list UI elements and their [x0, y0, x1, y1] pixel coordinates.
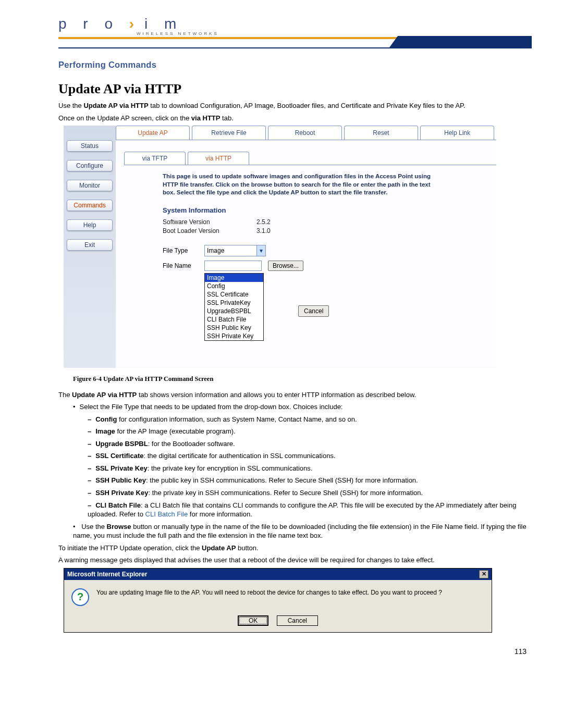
file-type-option-config[interactable]: Config — [205, 282, 263, 290]
file-type-value: Image — [207, 247, 224, 254]
header-rule — [58, 37, 532, 51]
chevron-down-icon: ▾ — [256, 245, 265, 256]
desc-bullet-browse: Use the Browse button or manually type i… — [58, 522, 532, 540]
bootloader-version-value: 3.1.0 — [256, 227, 271, 235]
file-type-option-ssh-pubkey[interactable]: SSH Public Key — [205, 324, 263, 332]
sidebar-item-help[interactable]: Help — [67, 219, 113, 231]
software-version-value: 2.5.2 — [256, 218, 271, 226]
sub-tabs: via TFTP via HTTP — [124, 152, 496, 165]
desc-p1: The Update AP via HTTP tab shows version… — [58, 390, 532, 400]
logo: p r o › i m — [58, 16, 532, 32]
system-information-heading: System Information — [163, 206, 486, 214]
subtab-via-tftp[interactable]: via TFTP — [124, 152, 186, 165]
file-type-option-ssl-cert[interactable]: SSL Certificate — [205, 290, 263, 299]
cli-batch-file-link[interactable]: CLI Batch File — [145, 510, 188, 518]
screenshot-update-ap: Status Configure Monitor Commands Help E… — [64, 126, 489, 368]
file-type-option-cli-batch[interactable]: CLI Batch File — [205, 315, 263, 324]
desc-bullet-1: Select the File Type that needs to be up… — [58, 402, 532, 412]
logo-x-glyph: › — [129, 16, 134, 32]
sidebar: Status Configure Monitor Commands Help E… — [64, 126, 116, 368]
bootloader-version-label: Boot Loader Version — [163, 227, 256, 235]
section-label: Performing Commands — [58, 60, 532, 70]
opt-ssl-privkey: SSL Private Key: the private key for enc… — [58, 464, 532, 473]
figure-caption: Figure 6-4 Update AP via HTTP Command Sc… — [73, 375, 532, 383]
tab-help-link[interactable]: Help Link — [420, 126, 494, 140]
sidebar-item-status[interactable]: Status — [67, 140, 113, 152]
dialog-message: You are updating Image file to the AP. Y… — [96, 588, 442, 606]
opt-ssh-privkey: SSH Private Key: the private key in SSH … — [58, 488, 532, 498]
software-version-row: Software Version 2.5.2 — [163, 218, 486, 226]
opt-image: Image for the AP Image (executable progr… — [58, 427, 532, 436]
tab-update-ap[interactable]: Update AP — [116, 126, 190, 140]
top-tabs: Update AP Retrieve File Reboot Reset Hel… — [116, 126, 496, 140]
tab-reboot[interactable]: Reboot — [268, 126, 342, 140]
reboot-warning-dialog: Microsoft Internet Explorer ✕ ? You are … — [64, 568, 492, 633]
dialog-title: Microsoft Internet Explorer — [67, 571, 147, 578]
sidebar-item-commands[interactable]: Commands — [67, 200, 113, 211]
sidebar-item-configure[interactable]: Configure — [67, 160, 113, 171]
desc-initiate: To initiate the HTTP Update operation, c… — [58, 544, 532, 553]
tab-retrieve-file[interactable]: Retrieve File — [192, 126, 266, 140]
opt-ssh-pubkey: SSH Public Key: the public key in SSH co… — [58, 476, 532, 485]
opt-cli-batch: CLI Batch File: a CLI Batch file that co… — [58, 501, 532, 519]
file-type-option-upgrade-bspbl[interactable]: UpgradeBSPBL — [205, 307, 263, 315]
file-type-option-image[interactable]: Image — [205, 274, 263, 282]
question-icon: ? — [71, 588, 89, 606]
file-type-dropdown[interactable]: Image Config SSL Certificate SSL Private… — [204, 273, 264, 341]
file-type-select[interactable]: Image ▾ — [204, 245, 266, 256]
opt-config: Config for configuration information, su… — [58, 415, 532, 424]
opt-upgrade-bspbl: Upgrade BSPBL: for the Bootloader softwa… — [58, 439, 532, 449]
page-title: Update AP via HTTP — [58, 81, 532, 97]
file-name-input[interactable] — [204, 261, 262, 271]
page-number: 113 — [58, 647, 532, 656]
subtab-via-http[interactable]: via HTTP — [188, 152, 249, 165]
close-icon[interactable]: ✕ — [479, 570, 488, 578]
software-version-label: Software Version — [163, 218, 256, 226]
bootloader-version-row: Boot Loader Version 3.1.0 — [163, 227, 486, 235]
tab-reset[interactable]: Reset — [344, 126, 418, 140]
intro-p2: Once on the Update AP screen, click on t… — [58, 114, 532, 123]
dialog-cancel-button[interactable]: Cancel — [277, 615, 318, 626]
browse-button[interactable]: Browse... — [268, 261, 303, 271]
file-type-label: File Type — [163, 247, 204, 254]
sidebar-item-monitor[interactable]: Monitor — [67, 180, 113, 191]
cancel-button[interactable]: Cancel — [298, 305, 329, 317]
file-name-label: File Name — [163, 262, 204, 269]
sidebar-item-exit[interactable]: Exit — [67, 239, 113, 251]
opt-ssl-cert: SSL Certificate: the digital certificate… — [58, 451, 532, 461]
dialog-ok-button[interactable]: OK — [238, 615, 268, 626]
panel-help-text: This page is used to update software ima… — [163, 172, 439, 197]
file-type-option-ssh-privkey[interactable]: SSH Private Key — [205, 332, 263, 340]
intro-p1: Use the Update AP via HTTP tab to downlo… — [58, 101, 532, 110]
file-type-option-ssl-privkey[interactable]: SSL PrivateKey — [205, 299, 263, 307]
desc-warning: A warning message gets displayed that ad… — [58, 556, 532, 565]
